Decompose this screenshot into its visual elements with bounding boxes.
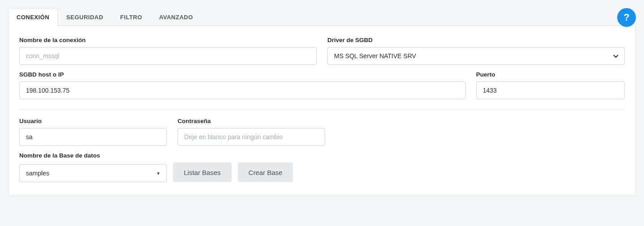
help-button[interactable]: ? — [617, 8, 636, 27]
select-driver[interactable]: MS SQL Server NATIVE SRV — [327, 47, 625, 65]
select-database[interactable]: samples — [19, 164, 167, 182]
field-port: Puerto — [476, 71, 625, 99]
select-database-wrapper: samples ▼ — [19, 164, 167, 182]
label-host: SGBD host o IP — [19, 71, 466, 78]
field-driver: Driver de SGBD MS SQL Server NATIVE SRV — [327, 37, 625, 65]
input-connection-name[interactable] — [19, 47, 317, 65]
divider — [19, 109, 625, 110]
help-icon: ? — [623, 12, 629, 23]
tab-seguridad[interactable]: SEGURIDAD — [58, 8, 112, 26]
input-port[interactable] — [476, 81, 625, 99]
connection-form-container: CONEXIÓN SEGURIDAD FILTRO AVANZADO ? Nom… — [8, 8, 636, 196]
row-user-password: Usuario Contraseña — [19, 118, 625, 146]
field-database: Nombre de la Base de datos samples ▼ Lis… — [19, 152, 293, 182]
input-user[interactable] — [19, 128, 167, 146]
input-host[interactable] — [19, 81, 466, 99]
label-password: Contraseña — [178, 118, 325, 124]
tab-conexion[interactable]: CONEXIÓN — [8, 8, 58, 26]
tabs: CONEXIÓN SEGURIDAD FILTRO AVANZADO — [8, 8, 202, 26]
label-port: Puerto — [476, 71, 625, 78]
field-user: Usuario — [19, 118, 167, 146]
tab-filtro[interactable]: FILTRO — [112, 8, 151, 26]
database-controls: samples ▼ Listar Bases Crear Base — [19, 162, 293, 182]
tabs-row: CONEXIÓN SEGURIDAD FILTRO AVANZADO ? — [8, 8, 636, 26]
field-host: SGBD host o IP — [19, 71, 466, 99]
select-database-value: samples — [26, 170, 49, 177]
field-connection-name: Nombre de la conexión — [19, 37, 317, 65]
row-name-driver: Nombre de la conexión Driver de SGBD MS … — [19, 37, 625, 65]
label-driver: Driver de SGBD — [327, 37, 625, 43]
input-password[interactable] — [178, 128, 325, 146]
label-user: Usuario — [19, 118, 167, 124]
create-base-button[interactable]: Crear Base — [238, 162, 293, 182]
select-driver-wrapper: MS SQL Server NATIVE SRV — [327, 47, 625, 65]
label-connection-name: Nombre de la conexión — [19, 37, 317, 43]
tab-avanzado[interactable]: AVANZADO — [151, 8, 202, 26]
row-database: Nombre de la Base de datos samples ▼ Lis… — [19, 152, 625, 182]
row-host-port: SGBD host o IP Puerto — [19, 71, 625, 99]
list-bases-button[interactable]: Listar Bases — [173, 162, 232, 182]
label-database: Nombre de la Base de datos — [19, 152, 293, 159]
field-password: Contraseña — [178, 118, 325, 146]
panel-conexion: Nombre de la conexión Driver de SGBD MS … — [8, 26, 636, 196]
